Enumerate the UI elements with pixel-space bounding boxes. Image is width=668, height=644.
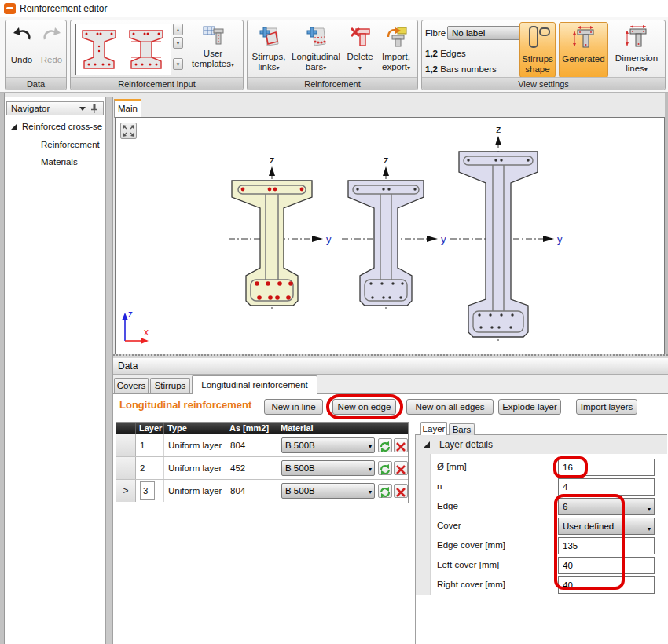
delete-layer-button[interactable] [394,438,408,452]
generated-icon [572,25,596,49]
drawing-canvas[interactable]: z y z y [115,117,665,355]
svg-text:x: x [144,327,149,338]
column-header-type[interactable]: Type [164,423,226,434]
field-cover: Cover User defined ▾ [431,518,666,535]
template-listbox[interactable] [75,24,171,75]
refresh-material-button[interactable] [378,461,392,475]
tree-item-reinforced-cross-section[interactable]: Reinforced cross-se [22,122,105,131]
table-row[interactable]: 2 Uniform layer 452 B 500B ▾ [116,457,408,480]
template-scroll-area: ▲ ▼ ▼ [173,24,183,75]
combo-arrow-icon: ▾ [369,485,372,499]
bars-numbers-toggle[interactable]: 1,2 Bars numbers [425,64,497,74]
import-layers-button[interactable]: Import layers [576,399,637,415]
dimension-lines-button[interactable]: Dimension lines▾ [612,22,661,78]
material-select[interactable]: B 500B ▾ [281,460,375,476]
group-label-reinforcement-input: Reinforcement input [71,77,243,90]
tree-expander-icon[interactable] [11,123,17,130]
dimension-lines-icon [625,24,648,48]
dropdown-arrow-icon: ▾ [358,64,362,71]
tab-longitudinal-reinforcement[interactable]: Longitudinal reinforcement [192,375,317,394]
cross-sections-drawing: z y z y [116,118,664,354]
delete-button[interactable]: Delete ▾ [343,24,376,77]
undo-button[interactable]: Undo [7,24,36,77]
column-header-material[interactable]: Material [277,423,408,434]
refresh-material-button[interactable] [378,438,392,452]
right-cover-input[interactable] [558,576,655,594]
new-on-edge-button[interactable]: New on edge [332,399,396,415]
field-diameter: Ø [mm] [431,459,666,476]
row-selector-current[interactable]: > [116,480,136,502]
import-export-button[interactable]: Import, export▾ [376,24,416,77]
new-on-all-edges-button[interactable]: New on all edges [406,399,494,415]
column-header-layer[interactable]: Layer [136,423,164,434]
row-selector[interactable] [116,434,136,456]
stirrups-links-icon [259,26,280,47]
delete-layer-button[interactable] [394,461,408,475]
details-gutter [415,454,431,595]
svg-text:z: z [128,309,133,320]
tree-item-materials[interactable]: Materials [41,157,78,166]
diameter-input[interactable] [558,459,655,476]
dropdown-arrow-icon: ▾ [644,66,648,73]
tab-main[interactable]: Main [114,99,141,118]
stirrups-shape-icon [524,25,551,49]
layer-cell-editing[interactable]: 3 [140,481,155,500]
svg-text:y: y [557,233,563,245]
longitudinal-bars-button[interactable]: Longitudinal bars▾ [290,24,342,77]
stirrups-links-button[interactable]: Stirrups, links▾ [249,24,288,77]
field-right-cover: Right cover [mm] [431,576,666,594]
table-row-current[interactable]: > 3 Uniform layer 804 B 500B ▾ [116,480,408,503]
undo-icon [12,26,32,43]
navigator-dropdown-icon[interactable] [79,107,86,112]
new-in-line-button[interactable]: New in line [264,399,323,415]
row-selector[interactable] [116,457,136,479]
n-input[interactable] [558,478,655,496]
combo-arrow-icon: ▾ [369,463,372,477]
tab-layer[interactable]: Layer [420,422,447,435]
table-row[interactable]: 1 Uniform layer 804 B 500B ▾ [116,434,408,457]
vertical-splitter[interactable] [105,97,113,644]
redo-button[interactable]: Redo [37,24,66,77]
dropdown-arrow-icon: ▾ [231,61,234,68]
navigator-pin-icon[interactable] [91,104,97,113]
group-label-view-settings: View settings [422,77,665,90]
left-cover-input[interactable] [558,557,655,574]
svg-text:z: z [496,123,501,135]
ribbon-group-data: Undo Redo Data [5,20,67,90]
delete-x-icon [395,441,407,453]
edge-cover-input[interactable] [558,537,655,554]
tab-stirrups[interactable]: Stirrups [150,378,190,393]
group-label-data: Data [6,77,66,90]
tab-covers[interactable]: Covers [114,378,149,393]
longitudinal-reinforcement-heading: Longitudinal reinforcement [119,399,251,411]
template-scroll-down-button[interactable]: ▼ [173,37,183,49]
layer-details-group-header[interactable]: Layer details [416,435,667,454]
column-header-as[interactable]: As [mm2] [226,423,277,434]
cross-section-3: z y [450,123,563,343]
ribbon: Undo Redo Data [0,17,668,93]
cover-select[interactable]: User defined ▾ [558,518,655,535]
group-expander-icon[interactable] [424,441,430,448]
stirrups-shape-toggle[interactable]: Stirrups shape [519,22,556,78]
refresh-icon [379,463,391,476]
tree-item-reinforcement[interactable]: Reinforcement [41,140,100,149]
material-select[interactable]: B 500B ▾ [281,437,375,453]
layers-table: Layer Type As [mm2] Material 1 Uniform l… [116,422,409,503]
edges-toggle[interactable]: 1,2 Edges [425,49,466,58]
navigator-panel: Navigator Reinforced cross-se Reinforcem… [5,97,105,644]
svg-text:z: z [270,154,275,166]
delete-layer-button[interactable] [394,484,408,498]
tab-bars[interactable]: Bars [449,423,475,435]
edge-select[interactable]: 6 ▾ [558,498,655,515]
material-select[interactable]: B 500B ▾ [281,483,375,499]
combo-arrow-icon: ▾ [648,521,651,537]
template-scroll-up-button[interactable]: ▲ [173,24,183,35]
user-templates-button[interactable]: User templates▾ [187,24,239,77]
explode-layer-button[interactable]: Explode layer [498,399,561,415]
navigator-header[interactable]: Navigator [6,101,104,115]
field-left-cover: Left cover [mm] [431,557,666,574]
generated-toggle[interactable]: Generated [559,22,608,78]
ucs-axes-icon: z x [122,309,149,344]
template-more-button[interactable]: ▼ [173,58,183,70]
refresh-material-button[interactable] [378,484,392,498]
